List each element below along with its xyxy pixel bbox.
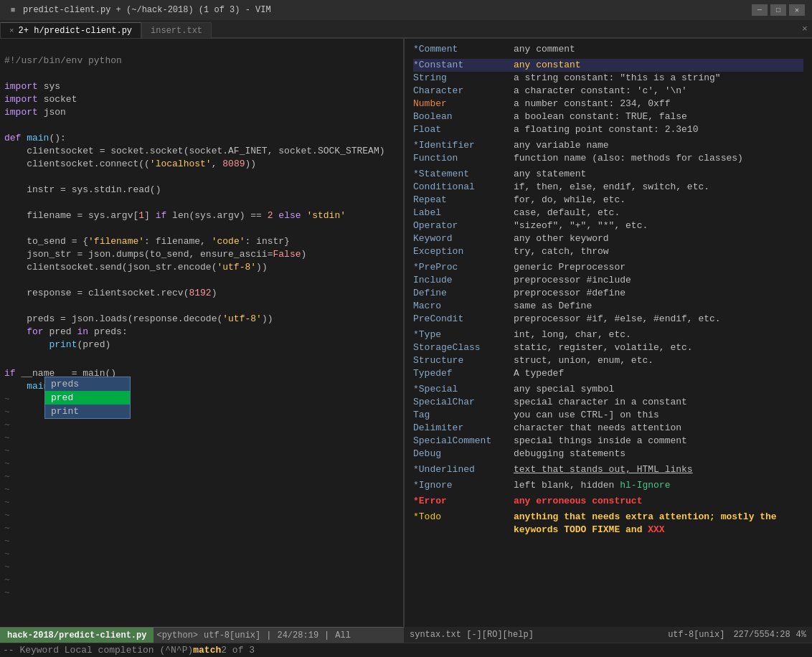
tab-close-icon[interactable]: × xyxy=(9,27,14,35)
syntax-statusbar-percent: 4% xyxy=(796,630,806,640)
syntax-val-macro: same as Define xyxy=(514,300,803,313)
syntax-statusbar: syntax.txt [-][RO][help] utf-8[unix] 227… xyxy=(404,627,812,643)
syntax-val-exception: try, catch, throw xyxy=(514,245,803,258)
syntax-key-storageclass: StorageClass xyxy=(413,341,514,354)
syntax-row-precondit: PreCondit preprocessor #if, #else, #endi… xyxy=(413,313,803,326)
syntax-key-specialcomment: SpecialComment xyxy=(413,435,514,448)
syntax-key-typedef: Typedef xyxy=(413,367,514,380)
syntax-row-storageclass: StorageClass static, register, volatile,… xyxy=(413,341,803,354)
syntax-key-boolean: Boolean xyxy=(413,110,514,123)
syntax-key-exception: Exception xyxy=(413,245,514,258)
syntax-row-label: Label case, default, etc. xyxy=(413,207,803,219)
syntax-row-number: Number a number constant: 234, 0xff xyxy=(413,98,803,110)
syntax-row-type: *Type int, long, char, etc. xyxy=(413,328,803,341)
section-identifier: *Identifier any variable name Function f… xyxy=(413,139,803,165)
titlebar-title: predict-client.py + (~/hack-2018) (1 of … xyxy=(23,5,752,15)
syntax-val-label: case, default, etc. xyxy=(514,207,803,219)
syntax-row-todo-2: keywords TODO FIXME and XXX xyxy=(413,524,803,537)
statusbar-position: 24/28:19 xyxy=(274,630,321,641)
autocomplete-item-preds[interactable]: preds xyxy=(45,377,130,391)
syntax-val-tag: you can use CTRL-] on this xyxy=(514,409,803,422)
syntax-val-define: preprocessor #define xyxy=(514,287,803,300)
syntax-statusbar-encoding: utf-8[unix] xyxy=(668,630,724,640)
tab-label: 2+ h/predict-client.py xyxy=(19,26,132,36)
syntax-key-label: Label xyxy=(413,207,514,219)
main-area: #!/usr/bin/env python import sys import … xyxy=(0,39,812,627)
syntax-key-include: Include xyxy=(413,274,514,287)
close-button[interactable]: ✕ xyxy=(789,4,805,16)
statusbar-separator2: | xyxy=(321,630,332,641)
syntax-key-specialchar: SpecialChar xyxy=(413,396,514,409)
syntax-key-macro: Macro xyxy=(413,300,514,313)
tab-insert-txt[interactable]: insert.txt xyxy=(141,22,212,38)
syntax-row-include: Include preprocessor #include xyxy=(413,274,803,287)
syntax-row-operator: Operator "sizeof", "+", "*", etc. xyxy=(413,219,803,232)
syntax-val-precondit: preprocessor #if, #else, #endif, etc. xyxy=(514,313,803,326)
syntax-key-statement: *Statement xyxy=(413,168,514,181)
syntax-val-error: any erroneous construct xyxy=(514,495,803,508)
syntax-key-comment: *Comment xyxy=(413,43,514,56)
section-special: *Special any special symbol SpecialChar … xyxy=(413,383,803,460)
statusbar-flag: All xyxy=(332,630,354,641)
cmd-prefix: -- Keyword Local completion (^N^P) xyxy=(3,645,193,656)
syntax-row-debug: Debug debugging statements xyxy=(413,448,803,460)
tabbar-spacer xyxy=(212,20,798,38)
syntax-val-ignore: left blank, hidden hl-Ignore xyxy=(514,479,803,492)
tabbar: × 2+ h/predict-client.py insert.txt × xyxy=(0,20,812,39)
syntax-key-error: *Error xyxy=(413,495,514,508)
syntax-val-constant: any constant xyxy=(514,59,803,72)
syntax-row-repeat: Repeat for, do, while, etc. xyxy=(413,194,803,207)
syntax-help-panel: *Comment any comment *Constant any const… xyxy=(404,39,812,627)
syntax-row-tag: Tag you can use CTRL-] on this xyxy=(413,409,803,422)
section-todo: *Todo anything that needs extra attentio… xyxy=(413,511,803,537)
syntax-key-string: String xyxy=(413,72,514,85)
section-type: *Type int, long, char, etc. StorageClass… xyxy=(413,328,803,380)
editor-statusbar: hack-2018/predict-client.py <python> utf… xyxy=(0,627,404,643)
tab-close-all-button[interactable]: × xyxy=(798,20,812,38)
syntax-val-underlined: text that stands out, HTML links xyxy=(514,463,803,476)
syntax-key-number: Number xyxy=(413,98,514,110)
syntax-key-identifier: *Identifier xyxy=(413,139,514,152)
syntax-key-conditional: Conditional xyxy=(413,181,514,194)
syntax-val-special: any special symbol xyxy=(514,383,803,396)
syntax-key-function: Function xyxy=(413,152,514,165)
autocomplete-item-pred[interactable]: pred xyxy=(45,391,130,405)
syntax-row-define: Define preprocessor #define xyxy=(413,287,803,300)
syntax-val-structure: struct, union, enum, etc. xyxy=(514,354,803,367)
syntax-val-debug: debugging statements xyxy=(514,448,803,460)
autocomplete-item-print[interactable]: print xyxy=(45,405,130,418)
syntax-val-repeat: for, do, while, etc. xyxy=(514,194,803,207)
autocomplete-popup[interactable]: preds pred print xyxy=(44,377,131,419)
syntax-val-specialchar: special character in a constant xyxy=(514,396,803,409)
ignore-hl-label: hl-Ignore xyxy=(620,480,670,491)
syntax-key-debug: Debug xyxy=(413,448,514,460)
maximize-button[interactable]: □ xyxy=(770,4,786,16)
syntax-row-keyword: Keyword any other keyword xyxy=(413,232,803,245)
syntax-key-delimiter: Delimiter xyxy=(413,422,514,435)
section-underlined: *Underlined text that stands out, HTML l… xyxy=(413,463,803,476)
syntax-row-float: Float a floating point constant: 2.3e10 xyxy=(413,123,803,136)
syntax-val-preproc: generic Preprocessor xyxy=(514,261,803,274)
code-editor[interactable]: #!/usr/bin/env python import sys import … xyxy=(0,39,404,627)
tab-label: insert.txt xyxy=(151,26,202,36)
code-content: #!/usr/bin/env python import sys import … xyxy=(0,39,403,354)
syntax-val-typedef: A typedef xyxy=(514,367,803,380)
command-line: -- Keyword Local completion (^N^P) match… xyxy=(0,643,812,657)
syntax-val-specialcomment: special things inside a comment xyxy=(514,435,803,448)
minimize-button[interactable]: ─ xyxy=(752,4,768,16)
syntax-row-special: *Special any special symbol xyxy=(413,383,803,396)
syntax-val-type: int, long, char, etc. xyxy=(514,328,803,341)
syntax-val-todo-2: keywords TODO FIXME and XXX xyxy=(514,524,803,537)
syntax-row-identifier: *Identifier any variable name xyxy=(413,139,803,152)
syntax-row-conditional: Conditional if, then, else, endif, switc… xyxy=(413,181,803,194)
statusbar-mode: hack-2018/predict-client.py xyxy=(0,628,154,643)
statusbar-separator: | xyxy=(263,630,274,641)
syntax-row-exception: Exception try, catch, throw xyxy=(413,245,803,258)
tab-predict-client[interactable]: × 2+ h/predict-client.py xyxy=(0,22,141,38)
syntax-key-float: Float xyxy=(413,123,514,136)
syntax-row-constant: *Constant any constant xyxy=(413,59,803,72)
statusbar-filetype: <python> xyxy=(154,630,201,641)
syntax-row-macro: Macro same as Define xyxy=(413,300,803,313)
section-comment: *Comment any comment xyxy=(413,43,803,56)
syntax-key-todo: *Todo xyxy=(413,511,514,524)
